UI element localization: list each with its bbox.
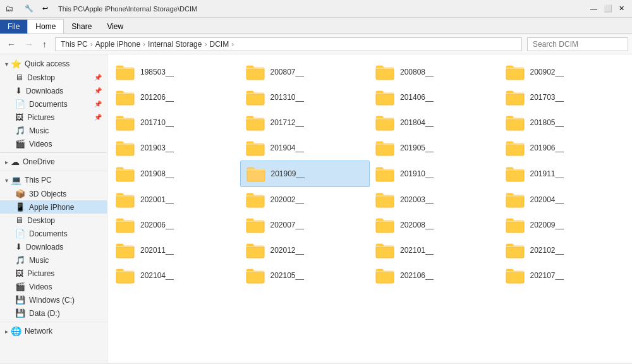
folder-item[interactable]: 202009__ — [500, 212, 630, 238]
folder-item[interactable]: 201908__ — [110, 161, 240, 187]
sidebar-header-network[interactable]: ▸ 🌐 Network — [0, 324, 107, 338]
folder-item[interactable]: 202107__ — [500, 263, 630, 288]
sidebar: ▾ ⭐ Quick access 🖥 Desktop 📌 ⬇ Downloads… — [0, 54, 107, 363]
folder-item[interactable]: 200902__ — [500, 59, 630, 85]
folder-item[interactable]: 202004__ — [500, 187, 630, 212]
maximize-button[interactable]: ⬜ — [601, 3, 615, 14]
folder-item[interactable]: 202007__ — [240, 212, 370, 238]
folder-item[interactable]: 202008__ — [370, 212, 500, 238]
music-qa-icon: 🎵 — [15, 126, 25, 135]
folder-item[interactable]: 201903__ — [110, 135, 240, 161]
folder-icon — [505, 114, 525, 131]
forward-button[interactable]: → — [21, 37, 37, 51]
folder-icon — [505, 216, 525, 234]
ribbon-tab-share[interactable]: Share — [64, 20, 99, 33]
sidebar-item-desktop-pc[interactable]: 🖥 Desktop — [0, 214, 107, 227]
folder-item[interactable]: 201904__ — [240, 135, 370, 161]
folder-item[interactable]: 202003__ — [370, 187, 500, 212]
sidebar-item-downloads-pc[interactable]: ⬇ Downloads — [0, 240, 107, 253]
pictures-pc-label: Pictures — [27, 269, 54, 278]
folder-item[interactable]: 202106__ — [370, 263, 500, 288]
breadcrumb-dcim[interactable]: DCIM — [209, 40, 229, 49]
folder-item[interactable]: 201909__ — [240, 161, 370, 187]
folder-item[interactable]: 201206__ — [110, 85, 240, 110]
sidebar-item-apple-iphone[interactable]: 📱 Apple iPhone — [0, 200, 107, 214]
folder-name: 202003__ — [400, 195, 434, 204]
breadcrumb-iphone[interactable]: Apple iPhone — [95, 40, 140, 49]
sidebar-section-quickaccess: ▾ ⭐ Quick access 🖥 Desktop 📌 ⬇ Downloads… — [0, 57, 107, 150]
folder-name: 202004__ — [530, 195, 564, 204]
folder-name: 201310__ — [270, 93, 304, 102]
folder-item[interactable]: 202101__ — [370, 238, 500, 263]
folder-item[interactable]: 201910__ — [370, 161, 500, 187]
sidebar-item-downloads-qa[interactable]: ⬇ Downloads 📌 — [0, 84, 107, 97]
folder-item[interactable]: 202001__ — [110, 187, 240, 212]
videos-qa-label: Videos — [29, 140, 52, 149]
undo-button[interactable]: ↩ — [40, 3, 51, 14]
address-bar[interactable]: This PC › Apple iPhone › Internal Storag… — [55, 37, 522, 51]
sidebar-item-videos-qa[interactable]: 🎬 Videos — [0, 137, 107, 150]
quickaccess-arrow: ▾ — [5, 61, 8, 68]
up-button[interactable]: ↑ — [39, 37, 50, 51]
sidebar-header-quickaccess[interactable]: ▾ ⭐ Quick access — [0, 57, 107, 71]
nav-bar: ← → ↑ This PC › Apple iPhone › Internal … — [0, 34, 632, 54]
network-arrow: ▸ — [5, 328, 8, 335]
folder-item[interactable]: 202002__ — [240, 187, 370, 212]
folder-item[interactable]: 201712__ — [240, 110, 370, 135]
breadcrumb-thispc[interactable]: This PC — [61, 40, 88, 49]
sidebar-item-videos-pc[interactable]: 🎬 Videos — [0, 280, 107, 293]
folder-icon — [505, 267, 525, 284]
folder-item[interactable]: 201310__ — [240, 85, 370, 110]
thispc-icon: 💻 — [11, 175, 21, 185]
folder-item[interactable]: 201703__ — [500, 85, 630, 110]
folder-name: 202009__ — [530, 221, 564, 229]
folder-item[interactable]: 202011__ — [110, 238, 240, 263]
breadcrumb-storage[interactable]: Internal Storage — [148, 40, 202, 49]
folder-item[interactable]: 201911__ — [500, 161, 630, 187]
sidebar-header-thispc[interactable]: ▾ 💻 This PC — [0, 173, 107, 187]
close-button[interactable]: ✕ — [616, 3, 627, 14]
folder-item[interactable]: 198503__ — [110, 59, 240, 85]
documents-qa-icon: 📄 — [15, 99, 25, 109]
back-button[interactable]: ← — [4, 37, 19, 51]
folder-item[interactable]: 202105__ — [240, 263, 370, 288]
3dobjects-label: 3D Objects — [29, 190, 66, 198]
ribbon-tab-home[interactable]: Home — [27, 19, 64, 33]
folder-item[interactable]: 201805__ — [500, 110, 630, 135]
minimize-button[interactable]: — — [588, 3, 600, 14]
folder-item[interactable]: 202104__ — [110, 263, 240, 288]
ribbon-tab-file[interactable]: File — [0, 20, 27, 33]
sidebar-header-onedrive[interactable]: ▸ ☁ OneDrive — [0, 155, 107, 169]
sidebar-item-windows-c[interactable]: 💾 Windows (C:) — [0, 293, 107, 306]
sidebar-item-music-qa[interactable]: 🎵 Music — [0, 124, 107, 137]
desktop-qa-pin: 📌 — [94, 74, 102, 81]
downloads-qa-pin: 📌 — [94, 87, 102, 94]
properties-button[interactable]: 🔧 — [22, 3, 36, 14]
sidebar-item-pictures-qa[interactable]: 🖼 Pictures 📌 — [0, 111, 107, 124]
folder-item[interactable]: 201905__ — [370, 135, 500, 161]
folder-item[interactable]: 201406__ — [370, 85, 500, 110]
sidebar-item-documents-qa[interactable]: 📄 Documents 📌 — [0, 97, 107, 111]
data-d-label: Data (D:) — [29, 309, 60, 318]
folder-item[interactable]: 201710__ — [110, 110, 240, 135]
folder-item[interactable]: 200807__ — [240, 59, 370, 85]
folder-icon — [375, 267, 395, 284]
folder-icon — [245, 114, 265, 131]
sidebar-item-data-d[interactable]: 💾 Data (D:) — [0, 306, 107, 320]
search-input[interactable] — [527, 37, 628, 51]
sidebar-item-desktop-qa[interactable]: 🖥 Desktop 📌 — [0, 71, 107, 84]
folder-icon — [115, 267, 135, 284]
folder-item[interactable]: 200808__ — [370, 59, 500, 85]
sidebar-item-3dobjects[interactable]: 📦 3D Objects — [0, 187, 107, 200]
folder-name: 201805__ — [530, 118, 564, 127]
sidebar-item-music-pc[interactable]: 🎵 Music — [0, 253, 107, 267]
folder-item[interactable]: 202012__ — [240, 238, 370, 263]
sidebar-item-documents-pc[interactable]: 📄 Documents — [0, 227, 107, 240]
folder-item[interactable]: 202102__ — [500, 238, 630, 263]
folder-item[interactable]: 202006__ — [110, 212, 240, 238]
ribbon-tab-view[interactable]: View — [99, 20, 131, 33]
sidebar-item-pictures-pc[interactable]: 🖼 Pictures — [0, 267, 107, 280]
folder-item[interactable]: 201906__ — [500, 135, 630, 161]
folder-item[interactable]: 201804__ — [370, 110, 500, 135]
music-pc-icon: 🎵 — [15, 255, 25, 265]
